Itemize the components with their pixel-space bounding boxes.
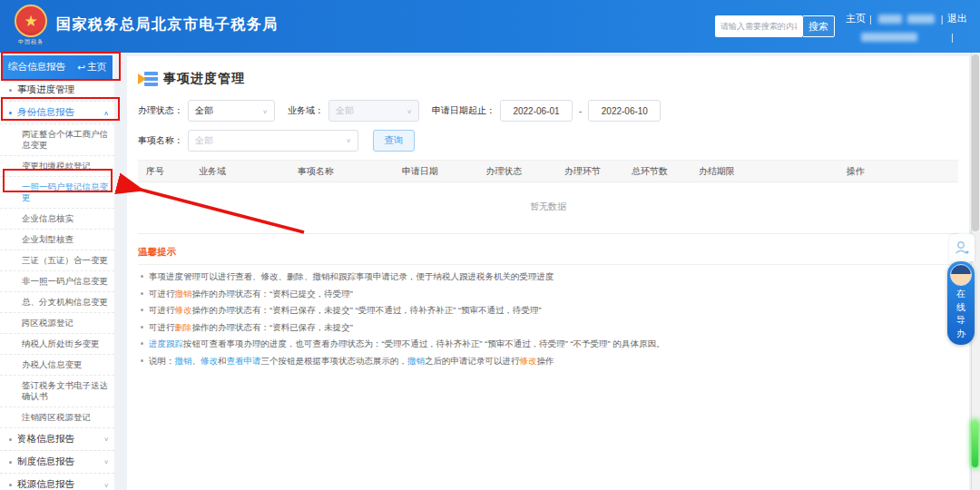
- logout-link[interactable]: 退出: [947, 12, 967, 25]
- svg-text:★: ★: [965, 250, 969, 255]
- tip-item: 说明：撤销、修改和查看申请三个按钮是根据事项状态动态展示的，撤销之后的申请记录可…: [138, 356, 958, 367]
- results-table: 序号业务域事项名称申请日期办理状态办理环节总环节数办结期限操作 暂无数据: [138, 160, 958, 234]
- sidebar: 综合信息报告 ↩ 主页 事项进度管理 身份信息报告 ∧ 两证整合个体工商户信息变…: [0, 53, 114, 490]
- sidebar-section-header[interactable]: 综合信息报告 ↩ 主页: [2, 55, 113, 79]
- divider: |: [869, 14, 872, 24]
- sidebar-item-progress-management[interactable]: 事项进度管理: [0, 79, 114, 102]
- tip-item: 进度跟踪按钮可查看事项办理的进度，也可查看办理状态为：“受理不通过，待补齐补正”…: [138, 338, 958, 349]
- search-input[interactable]: [715, 15, 802, 37]
- tips-list: 事项进度管理可以进行查看、修改、删除、撤销和跟踪事项申请记录，便于纳税人跟进税务…: [138, 271, 958, 367]
- table-header-cell: 办结期限: [681, 165, 752, 178]
- chevron-down-icon: ∨: [103, 458, 109, 465]
- back-arrow-icon: ↩: [77, 62, 85, 73]
- tip-item: 事项进度管理可以进行查看、修改、删除、撤销和跟踪事项申请记录，便于纳税人跟进税务…: [138, 271, 958, 282]
- bullet-icon: [9, 89, 12, 92]
- collapsed-groups: 资格信息报告∨制度信息报告∨税源信息报告∨状态信息报告∨特定涉税信息报告∨: [0, 428, 114, 490]
- filter-bar: 办理状态： 全部 ∨ 业务域： 全部 ∨ 申请日期起止： - 事项名称： 全部 …: [138, 100, 958, 152]
- tips-section: 温馨提示 事项进度管理可以进行查看、修改、删除、撤销和跟踪事项申请记录，便于纳税…: [138, 246, 958, 367]
- date-range-label: 申请日期起止：: [432, 104, 495, 117]
- app-header: ★ 中国税务 国家税务总局北京市电子税务局 搜索 主页 | | 退出 |: [0, 0, 980, 53]
- redacted-username: [878, 15, 902, 24]
- sidebar-item[interactable]: 注销跨区税源登记: [0, 407, 114, 428]
- tip-item: 可进行修改操作的办理状态有：“资料已保存，未提交” “受理不通过，待补齐补正” …: [138, 305, 958, 316]
- user-area: 主页 | | 退出 |: [846, 11, 975, 47]
- date-from-input[interactable]: [500, 100, 573, 122]
- domain-filter-label: 业务域：: [288, 104, 324, 117]
- table-header-cell: 序号: [138, 165, 172, 178]
- query-button[interactable]: 查询: [373, 130, 415, 152]
- sidebar-item[interactable]: 两证整合个体工商户信息变更: [0, 124, 114, 156]
- table-header-row: 序号业务域事项名称申请日期办理状态办理环节总环节数办结期限操作: [138, 160, 958, 182]
- sidebar-item[interactable]: 纳税人所处街乡变更: [0, 334, 114, 355]
- online-guide-button[interactable]: 在线导办: [947, 261, 975, 345]
- tip-item: 可进行删除操作的办理状态有：“资料已保存，未提交”: [138, 322, 958, 333]
- sidebar-item[interactable]: 跨区税源登记: [0, 313, 114, 334]
- table-header-cell: 事项名称: [252, 165, 379, 178]
- list-play-icon: [138, 72, 158, 86]
- service-avatar: [950, 264, 972, 286]
- person-star-icon: ★: [954, 240, 970, 256]
- page-title-row: 事项进度管理: [138, 71, 958, 87]
- online-guide-label: 在线导办: [947, 288, 975, 340]
- sidebar-group[interactable]: 税源信息报告∨: [0, 474, 114, 490]
- sidebar-item[interactable]: 签订税务文书电子送达确认书: [0, 376, 114, 407]
- table-header-cell: 总环节数: [618, 165, 681, 178]
- table-body: 暂无数据: [138, 182, 958, 233]
- matter-name-label: 事项名称：: [138, 134, 183, 147]
- redacted-username: [861, 33, 917, 42]
- chevron-up-icon: ∧: [103, 109, 109, 115]
- tips-title: 温馨提示: [138, 246, 958, 265]
- identity-children: 两证整合个体工商户信息变更变更扣缴税款登记一照一码户登记信息变更企业信息核实企业…: [0, 124, 114, 428]
- status-select[interactable]: 全部 ∨: [188, 100, 275, 122]
- profile-float-button[interactable]: ★: [949, 234, 975, 261]
- logo-caption: 中国税务: [11, 38, 51, 46]
- sidebar-group-identity-report[interactable]: 身份信息报告 ∧: [0, 102, 114, 124]
- national-emblem-icon: ★: [15, 5, 47, 37]
- main-panel: 事项进度管理 办理状态： 全部 ∨ 业务域： 全部 ∨ 申请日期起止： - 事项…: [127, 56, 969, 490]
- home-link[interactable]: 主页: [846, 12, 866, 25]
- sidebar-item[interactable]: 总、分支机构信息变更: [0, 292, 114, 313]
- redacted-username: [907, 15, 935, 24]
- sidebar-item[interactable]: 企业信息核实: [0, 209, 114, 230]
- sidebar-item[interactable]: 变更扣缴税款登记: [0, 156, 114, 177]
- status-filter-label: 办理状态：: [138, 104, 183, 117]
- sidebar-item[interactable]: 办税人信息变更: [0, 355, 114, 376]
- site-title: 国家税务总局北京市电子税务局: [56, 15, 279, 34]
- bullet-icon: [9, 461, 12, 464]
- sidebar-item[interactable]: 企业划型核查: [0, 230, 114, 250]
- search-button[interactable]: 搜索: [802, 15, 835, 37]
- divider: |: [941, 14, 944, 24]
- chevron-down-icon: ∨: [346, 137, 351, 143]
- sidebar-home-link[interactable]: ↩ 主页: [77, 61, 106, 74]
- table-header-cell: 办理环节: [547, 165, 618, 178]
- chevron-down-icon: ∨: [262, 107, 268, 113]
- table-header-cell: 办理状态: [461, 165, 547, 178]
- sidebar-item[interactable]: 三证（五证）合一变更: [0, 250, 114, 271]
- sidebar-section-title: 综合信息报告: [8, 61, 65, 74]
- date-separator: -: [579, 106, 582, 116]
- tax-bureau-logo: ★ 中国税务: [11, 5, 51, 46]
- divider: |: [951, 32, 954, 43]
- bullet-icon: [9, 438, 12, 441]
- table-header-cell: 操作: [752, 165, 958, 178]
- chevron-down-icon: ∨: [103, 436, 109, 442]
- sidebar-item[interactable]: 一照一码户登记信息变更: [0, 177, 114, 209]
- chevron-down-icon: ∨: [103, 481, 109, 487]
- page-title: 事项进度管理: [163, 71, 245, 87]
- sidebar-group[interactable]: 资格信息报告∨: [0, 428, 114, 451]
- scrollbar-thumb[interactable]: [972, 54, 979, 231]
- tip-item: 可进行撤销操作的办理状态有：“资料已提交，待受理”: [138, 289, 958, 299]
- domain-select[interactable]: 全部 ∨: [328, 100, 419, 122]
- table-header-cell: 申请日期: [379, 165, 461, 178]
- sidebar-group[interactable]: 制度信息报告∨: [0, 451, 114, 474]
- empty-state-text: 暂无数据: [138, 201, 958, 213]
- bullet-icon: [9, 484, 12, 486]
- table-header-cell: 业务域: [172, 165, 252, 178]
- sidebar-item[interactable]: 非一照一码户信息变更: [0, 271, 114, 292]
- green-indicator-bar: [972, 420, 978, 467]
- chevron-down-icon: ∨: [407, 107, 412, 113]
- date-to-input[interactable]: [588, 100, 661, 122]
- matter-name-select[interactable]: 全部 ∨: [188, 130, 358, 152]
- bullet-icon: [9, 112, 12, 114]
